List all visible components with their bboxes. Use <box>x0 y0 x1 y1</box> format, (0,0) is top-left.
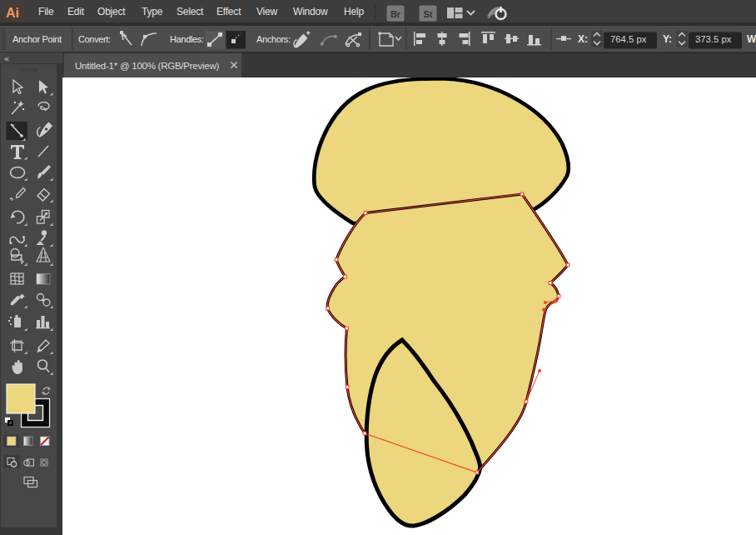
svg-text:Untitled-1* @ 100% (RGB/Previe: Untitled-1* @ 100% (RGB/Preview) <box>75 61 219 71</box>
svg-text:Ai: Ai <box>6 6 19 20</box>
svg-text:Window: Window <box>293 6 328 18</box>
svg-text:Edit: Edit <box>67 6 85 18</box>
svg-text:File: File <box>38 6 54 18</box>
svg-text:Convert:: Convert: <box>78 34 111 44</box>
svg-text:Y:: Y: <box>663 33 672 45</box>
svg-text:373.5 px: 373.5 px <box>695 34 732 44</box>
svg-text:Object: Object <box>97 6 126 18</box>
svg-text:Br: Br <box>390 9 401 19</box>
svg-text:Effect: Effect <box>216 6 241 18</box>
svg-text:764.5 px: 764.5 px <box>610 34 647 44</box>
svg-text:Select: Select <box>177 6 204 18</box>
svg-text:St: St <box>424 9 433 19</box>
svg-text:View: View <box>256 6 278 18</box>
svg-text:Anchor Point: Anchor Point <box>12 34 62 44</box>
svg-text:Handles:: Handles: <box>170 34 204 44</box>
svg-text:«: « <box>4 53 9 63</box>
svg-text:X:: X: <box>578 33 588 45</box>
svg-text:Help: Help <box>344 6 364 18</box>
svg-text:Anchors:: Anchors: <box>256 34 291 44</box>
svg-text:Type: Type <box>142 6 163 18</box>
svg-text:W:: W: <box>747 33 756 45</box>
